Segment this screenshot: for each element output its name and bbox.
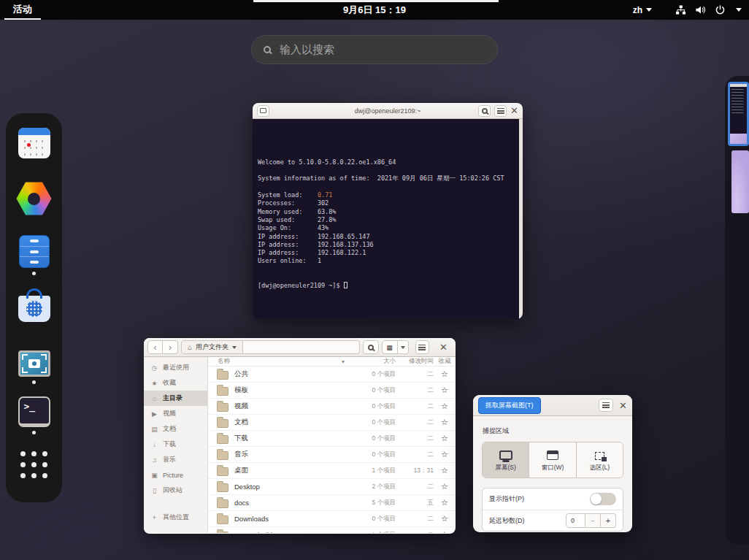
system-status-area[interactable]: zh: [633, 0, 742, 20]
files-menu-button[interactable]: [415, 340, 430, 354]
file-row-音乐[interactable]: 音乐0 个项目二☆: [208, 447, 456, 463]
capture-mode-selection[interactable]: 选区(L): [577, 442, 623, 477]
star-icon[interactable]: ☆: [434, 498, 456, 507]
sidebar-item-音乐[interactable]: ♫音乐: [144, 452, 207, 467]
terminal-line: Processes: 302: [258, 199, 515, 207]
dock-item-software[interactable]: [6, 288, 62, 322]
file-row-视频[interactable]: 视频0 个项目二☆: [208, 399, 456, 415]
file-size: 0 个项目: [347, 370, 396, 379]
star-icon[interactable]: ☆: [434, 434, 456, 443]
mini-terminal-body: [730, 87, 747, 134]
view-options-button[interactable]: [398, 340, 409, 354]
capture-mode-screen[interactable]: 屏幕(S): [483, 442, 529, 477]
star-icon[interactable]: ☆: [434, 514, 456, 523]
file-size: 2 个项目: [347, 483, 396, 491]
sidebar-item-收藏[interactable]: ★收藏: [144, 375, 207, 391]
terminal-search-button[interactable]: [478, 105, 491, 117]
folder-icon: [217, 451, 228, 460]
terminal-menu-button[interactable]: [494, 105, 507, 117]
decrement-button[interactable]: −: [585, 513, 601, 528]
sidebar-item-视频[interactable]: ▶视频: [144, 406, 207, 421]
capture-mode-label: 窗口(W): [542, 464, 564, 472]
dock-item-calendar[interactable]: [6, 128, 62, 158]
sidebar-item-文档[interactable]: ▤文档: [144, 421, 207, 437]
increment-button[interactable]: +: [601, 513, 616, 528]
screenshot-dialog[interactable]: 抓取屏幕截图(T) ✕ 捕捉区域 屏幕(S)窗口(W)选区(L) 显示指针(P)…: [473, 395, 632, 532]
delay-value-field[interactable]: 0: [566, 513, 585, 528]
file-row-Downloads[interactable]: Downloads0 个项目二☆: [208, 511, 456, 527]
star-icon[interactable]: ☆: [434, 466, 456, 475]
hidden-window-top-edge: [253, 0, 499, 2]
file-name: 文档: [234, 418, 248, 427]
column-modified[interactable]: 修改时间: [396, 357, 434, 366]
workspace-thumbnail-1[interactable]: [728, 82, 749, 146]
workspace-thumbnail-2[interactable]: [731, 150, 749, 213]
current-location-button[interactable]: ⌂ 用户文件夹: [181, 340, 243, 354]
download-icon: ↓: [150, 441, 158, 448]
sidebar-item-最近使用[interactable]: ◷最近使用: [144, 360, 207, 375]
file-row-模板[interactable]: 模板0 个项目二☆: [208, 383, 456, 399]
take-screenshot-button[interactable]: 抓取屏幕截图(T): [478, 397, 541, 414]
star-icon[interactable]: ☆: [434, 530, 456, 533]
dock-item-photos[interactable]: [6, 181, 62, 216]
file-row-docs[interactable]: docs5 个项目五☆: [208, 495, 456, 511]
star-icon[interactable]: ☆: [434, 369, 456, 379]
dock-item-terminal[interactable]: >_: [6, 396, 62, 434]
file-size: 0 个项目: [347, 434, 396, 443]
star-icon[interactable]: ☆: [434, 482, 456, 491]
screenshot-menu-button[interactable]: [599, 399, 613, 412]
forward-button[interactable]: ›: [163, 340, 178, 354]
search-input[interactable]: 输入以搜索: [251, 35, 498, 64]
sidebar-item-回收站[interactable]: ▯回收站: [144, 483, 207, 498]
files-window[interactable]: ‹ › ⌂ 用户文件夹 ▦: [144, 338, 456, 534]
terminal-window[interactable]: dwj@openeuler2109:~ ✕ Welcome to 5.10.0-…: [253, 103, 523, 319]
path-bar[interactable]: ⌂ 用户文件夹: [181, 340, 360, 354]
file-row-gnome-builder[interactable]: gnome-builder1 个项目二☆: [208, 527, 456, 533]
column-size[interactable]: 大小: [347, 357, 396, 366]
file-row-桌面[interactable]: 桌面1 个项目13：31☆: [208, 463, 456, 479]
sort-descending-icon: ▾: [342, 358, 345, 365]
star-icon[interactable]: ☆: [434, 386, 456, 395]
close-icon[interactable]: ✕: [510, 106, 518, 115]
file-name: Downloads: [234, 515, 269, 523]
file-row-下载[interactable]: 下载0 个项目二☆: [208, 431, 456, 447]
capture-mode-window[interactable]: 窗口(W): [529, 442, 576, 477]
close-icon[interactable]: ✕: [619, 401, 627, 410]
column-name[interactable]: 名称: [218, 357, 230, 366]
file-size: 1 个项目: [347, 467, 396, 475]
sidebar-item-主目录[interactable]: ⌂主目录: [144, 391, 207, 406]
dock-item-screenshot[interactable]: [6, 350, 62, 384]
file-row-公共[interactable]: 公共0 个项目二☆: [208, 367, 456, 383]
grid-view-button[interactable]: ▦: [382, 340, 398, 354]
input-language-menu[interactable]: zh: [633, 5, 652, 15]
new-tab-button[interactable]: [257, 105, 269, 117]
star-icon[interactable]: ☆: [434, 402, 456, 411]
star-icon[interactable]: ☆: [434, 450, 456, 459]
clock-button[interactable]: 9月6日 15：19: [343, 4, 406, 17]
activities-button[interactable]: 活动: [4, 0, 41, 20]
path-bar-empty[interactable]: [243, 340, 360, 354]
home-icon: ⌂: [150, 395, 158, 402]
sidebar-item-其他位置[interactable]: +其他位置: [144, 510, 207, 525]
sidebar-item-Picture[interactable]: ▣Picture: [144, 467, 207, 483]
menu-icon: [602, 402, 610, 408]
close-icon[interactable]: ✕: [439, 342, 448, 352]
file-row-Desktop[interactable]: Desktop2 个项目二☆: [208, 479, 456, 495]
terminal-line: IP address: 192.168.122.1: [258, 249, 515, 257]
back-button[interactable]: ‹: [147, 340, 163, 354]
show-pointer-toggle[interactable]: [590, 493, 616, 505]
sidebar-item-下载[interactable]: ↓下载: [144, 437, 207, 452]
list-column-headers[interactable]: 名称 ▾ 大小 修改时间 收藏: [208, 357, 456, 367]
terminal-output[interactable]: Welcome to 5.10.0-5.8.0.22.oe1.x86_64 Sy…: [253, 119, 523, 319]
dock-item-files[interactable]: [6, 235, 62, 275]
file-size: 5 个项目: [347, 499, 396, 507]
files-search-button[interactable]: [363, 340, 378, 354]
column-star[interactable]: 收藏: [434, 357, 456, 366]
terminal-line: IP address: 192.168.65.147: [258, 233, 515, 241]
terminal-scrollbar[interactable]: [519, 119, 523, 319]
file-size: 1 个项目: [347, 531, 396, 534]
file-row-文档[interactable]: 文档0 个项目二☆: [208, 415, 456, 431]
folder-icon: [217, 499, 228, 508]
star-icon[interactable]: ☆: [434, 418, 456, 427]
dock-item-app-grid[interactable]: [6, 450, 62, 478]
